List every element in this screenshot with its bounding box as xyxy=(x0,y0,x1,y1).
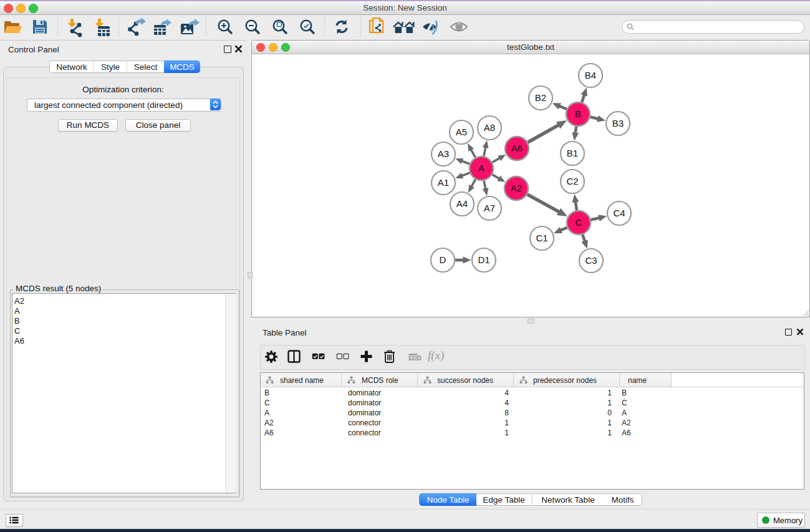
svg-text:B1: B1 xyxy=(567,148,578,158)
svg-text:A2: A2 xyxy=(511,183,522,193)
svg-text:D: D xyxy=(440,254,446,265)
svg-text:A5: A5 xyxy=(456,127,467,137)
svg-text:A4: A4 xyxy=(456,198,468,209)
svg-text:B2: B2 xyxy=(535,92,546,103)
svg-text:A7: A7 xyxy=(484,203,495,213)
svg-text:A3: A3 xyxy=(438,148,449,159)
svg-text:B: B xyxy=(575,109,581,119)
svg-text:C2: C2 xyxy=(566,176,578,186)
svg-text:A6: A6 xyxy=(511,143,523,153)
svg-text:B3: B3 xyxy=(612,118,624,128)
svg-text:A1: A1 xyxy=(438,177,449,188)
svg-text:C1: C1 xyxy=(536,233,547,243)
svg-text:C4: C4 xyxy=(613,208,625,218)
svg-text:C: C xyxy=(576,217,582,228)
svg-text:B4: B4 xyxy=(585,70,596,80)
svg-text:D1: D1 xyxy=(478,254,489,265)
svg-text:A: A xyxy=(478,163,485,173)
svg-text:A8: A8 xyxy=(484,122,495,133)
svg-text:C3: C3 xyxy=(585,255,597,266)
